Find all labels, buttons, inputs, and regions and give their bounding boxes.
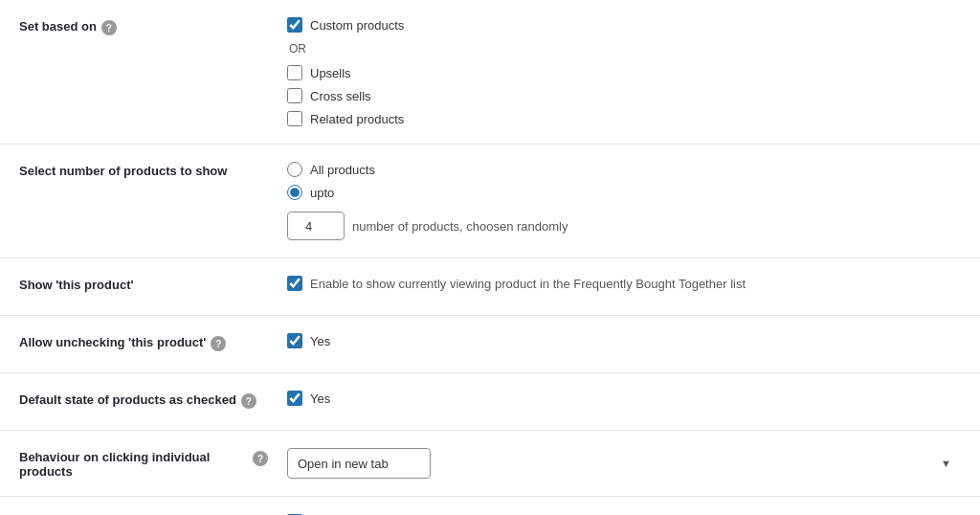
- checkbox-show-this-product[interactable]: [287, 276, 302, 291]
- label-upto[interactable]: upto: [310, 186, 334, 200]
- label-select-number: Select number of products to show: [19, 162, 287, 178]
- checkbox-upsells[interactable]: [287, 65, 302, 80]
- row-behaviour-clicking: Behaviour on clicking individual product…: [0, 431, 980, 497]
- controls-set-based-on: Custom products OR Upsells Cross sells R…: [287, 17, 961, 126]
- radio-row-all-products: All products: [287, 162, 961, 177]
- label-allow-unchecking: Allow unchecking 'this product' ?: [19, 333, 287, 351]
- label-default-state-yes[interactable]: Yes: [310, 392, 330, 406]
- checkbox-row-custom-products: Custom products: [287, 17, 961, 33]
- or-divider: OR: [287, 42, 961, 56]
- checkbox-custom-products[interactable]: [287, 17, 302, 33]
- number-input-products[interactable]: [287, 212, 345, 240]
- dropdown-behaviour-clicking[interactable]: Open in new tab Open in same tab No acti…: [287, 448, 431, 479]
- row-set-based-on: Set based on ? Custom products OR Upsell…: [0, 0, 980, 145]
- number-description: number of products, choosen randomly: [352, 219, 568, 234]
- help-icon-default-state[interactable]: ?: [241, 393, 256, 409]
- label-default-state: Default state of products as checked ?: [19, 391, 287, 409]
- dropdown-wrapper-behaviour: Open in new tab Open in same tab No acti…: [287, 448, 961, 479]
- checkbox-default-state-yes[interactable]: [287, 391, 302, 406]
- controls-default-state: Yes: [287, 391, 961, 406]
- checkbox-related-products[interactable]: [287, 111, 302, 126]
- help-icon-behaviour-clicking[interactable]: ?: [253, 451, 268, 466]
- help-icon-allow-unchecking[interactable]: ?: [211, 336, 226, 351]
- checkbox-row-cross-sells: Cross sells: [287, 88, 961, 103]
- label-behaviour-clicking: Behaviour on clicking individual product…: [19, 448, 287, 479]
- controls-show-this-product: Enable to show currently viewing product…: [287, 276, 961, 291]
- checkbox-row-default-state-yes: Yes: [287, 391, 961, 406]
- row-default-state: Default state of products as checked ? Y…: [0, 373, 980, 431]
- radio-row-upto: upto: [287, 185, 961, 200]
- checkbox-row-allow-unchecking-yes: Yes: [287, 333, 961, 348]
- label-show-this-product: Show 'this product': [19, 276, 287, 292]
- checkbox-row-upsells: Upsells: [287, 65, 961, 80]
- radio-all-products[interactable]: [287, 162, 302, 177]
- checkbox-row-related-products: Related products: [287, 111, 961, 126]
- label-upsells[interactable]: Upsells: [310, 66, 351, 80]
- settings-container: Set based on ? Custom products OR Upsell…: [0, 0, 980, 515]
- controls-allow-unchecking: Yes: [287, 333, 961, 348]
- checkbox-allow-unchecking-yes[interactable]: [287, 333, 302, 348]
- checkbox-cross-sells[interactable]: [287, 88, 302, 103]
- controls-select-number: All products upto number of products, ch…: [287, 162, 961, 240]
- radio-upto[interactable]: [287, 185, 302, 200]
- label-related-products[interactable]: Related products: [310, 112, 404, 126]
- label-allow-unchecking-yes[interactable]: Yes: [310, 334, 330, 348]
- label-cross-sells[interactable]: Cross sells: [310, 89, 371, 103]
- label-set-based-on: Set based on ?: [19, 17, 287, 35]
- row-show-this-product: Show 'this product' Enable to show curre…: [0, 258, 980, 316]
- row-allow-unchecking: Allow unchecking 'this product' ? Yes: [0, 316, 980, 373]
- chevron-down-icon: ▼: [941, 458, 951, 469]
- label-custom-products[interactable]: Custom products: [310, 18, 404, 33]
- checkbox-row-show-this-product: Enable to show currently viewing product…: [287, 276, 961, 291]
- description-show-this-product[interactable]: Enable to show currently viewing product…: [310, 277, 746, 291]
- controls-behaviour-clicking: Open in new tab Open in same tab No acti…: [287, 448, 961, 479]
- row-hide-unavailable: Hide unavailable products ? Enable to hi…: [0, 497, 980, 515]
- label-all-products[interactable]: All products: [310, 163, 375, 177]
- help-icon-set-based-on[interactable]: ?: [101, 20, 117, 35]
- number-row: number of products, choosen randomly: [287, 212, 961, 240]
- row-select-number: Select number of products to show All pr…: [0, 145, 980, 258]
